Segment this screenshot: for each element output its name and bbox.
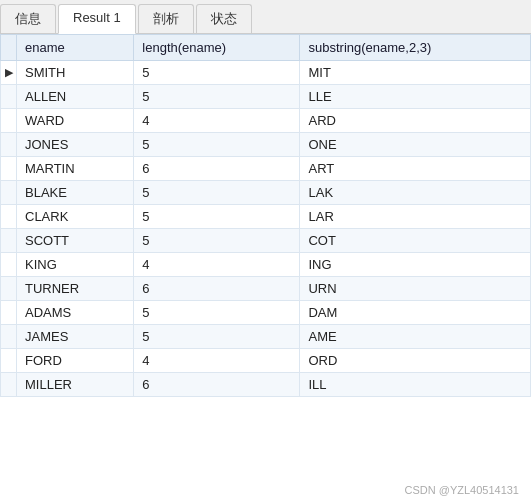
row-arrow [1, 373, 17, 397]
tab-剖析[interactable]: 剖析 [138, 4, 194, 33]
cell-length: 5 [134, 133, 300, 157]
table-row: TURNER6URN [1, 277, 531, 301]
table-row: KING4ING [1, 253, 531, 277]
header-ename: ename [17, 35, 134, 61]
cell-substring: ARD [300, 109, 531, 133]
table-row: JAMES5AME [1, 325, 531, 349]
tab-信息[interactable]: 信息 [0, 4, 56, 33]
cell-ename: SMITH [17, 61, 134, 85]
table-row: MILLER6ILL [1, 373, 531, 397]
cell-substring: LAK [300, 181, 531, 205]
cell-substring: ART [300, 157, 531, 181]
row-arrow [1, 253, 17, 277]
cell-ename: TURNER [17, 277, 134, 301]
row-arrow [1, 325, 17, 349]
header-substring: substring(ename,2,3) [300, 35, 531, 61]
cell-substring: ORD [300, 349, 531, 373]
table-row: ADAMS5DAM [1, 301, 531, 325]
tab-Result 1[interactable]: Result 1 [58, 4, 136, 34]
row-arrow [1, 205, 17, 229]
row-arrow [1, 133, 17, 157]
cell-substring: ONE [300, 133, 531, 157]
cell-length: 5 [134, 325, 300, 349]
cell-substring: LLE [300, 85, 531, 109]
cell-ename: SCOTT [17, 229, 134, 253]
cell-substring: MIT [300, 61, 531, 85]
table-body: ▶SMITH5MITALLEN5LLEWARD4ARDJONES5ONEMART… [1, 61, 531, 397]
cell-ename: JAMES [17, 325, 134, 349]
cell-ename: KING [17, 253, 134, 277]
cell-length: 5 [134, 205, 300, 229]
table-row: ▶SMITH5MIT [1, 61, 531, 85]
cell-length: 4 [134, 109, 300, 133]
cell-length: 4 [134, 253, 300, 277]
cell-substring: COT [300, 229, 531, 253]
row-arrow [1, 157, 17, 181]
cell-ename: FORD [17, 349, 134, 373]
result-table: ename length(ename) substring(ename,2,3)… [0, 34, 531, 397]
row-arrow [1, 181, 17, 205]
cell-ename: MARTIN [17, 157, 134, 181]
table-row: WARD4ARD [1, 109, 531, 133]
cell-substring: AME [300, 325, 531, 349]
table-row: CLARK5LAR [1, 205, 531, 229]
cell-length: 5 [134, 229, 300, 253]
header-length: length(ename) [134, 35, 300, 61]
cell-substring: ING [300, 253, 531, 277]
cell-length: 6 [134, 373, 300, 397]
cell-ename: MILLER [17, 373, 134, 397]
cell-substring: URN [300, 277, 531, 301]
row-arrow [1, 301, 17, 325]
cell-length: 6 [134, 157, 300, 181]
cell-substring: DAM [300, 301, 531, 325]
cell-ename: ADAMS [17, 301, 134, 325]
table-row: SCOTT5COT [1, 229, 531, 253]
table-row: JONES5ONE [1, 133, 531, 157]
table-row: MARTIN6ART [1, 157, 531, 181]
row-arrow: ▶ [1, 61, 17, 85]
cell-substring: LAR [300, 205, 531, 229]
cell-ename: CLARK [17, 205, 134, 229]
table-row: BLAKE5LAK [1, 181, 531, 205]
row-arrow [1, 349, 17, 373]
table-row: FORD4ORD [1, 349, 531, 373]
cell-length: 5 [134, 61, 300, 85]
cell-length: 5 [134, 85, 300, 109]
cell-length: 4 [134, 349, 300, 373]
cell-ename: ALLEN [17, 85, 134, 109]
table-header-row: ename length(ename) substring(ename,2,3) [1, 35, 531, 61]
cell-ename: BLAKE [17, 181, 134, 205]
row-arrow [1, 277, 17, 301]
watermark: CSDN @YZL40514131 [404, 484, 519, 496]
cell-length: 5 [134, 301, 300, 325]
header-arrow [1, 35, 17, 61]
table-container: ename length(ename) substring(ename,2,3)… [0, 34, 531, 482]
table-row: ALLEN5LLE [1, 85, 531, 109]
cell-ename: JONES [17, 133, 134, 157]
row-arrow [1, 109, 17, 133]
cell-length: 6 [134, 277, 300, 301]
tab-状态[interactable]: 状态 [196, 4, 252, 33]
cell-ename: WARD [17, 109, 134, 133]
tabs-bar: 信息Result 1剖析状态 [0, 0, 531, 34]
cell-substring: ILL [300, 373, 531, 397]
cell-length: 5 [134, 181, 300, 205]
row-arrow [1, 85, 17, 109]
row-arrow [1, 229, 17, 253]
